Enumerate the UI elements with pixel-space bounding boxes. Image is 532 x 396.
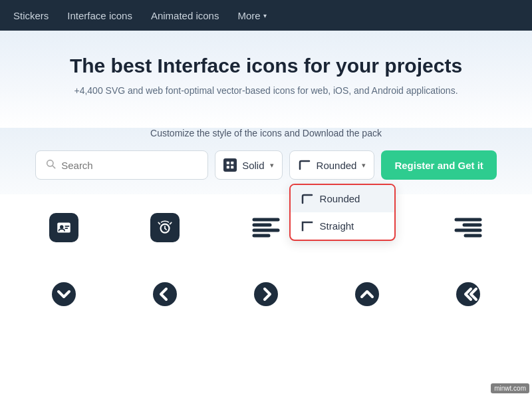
svg-point-27	[153, 282, 177, 306]
rounded-dropdown-menu: Rounded Straight	[289, 184, 396, 241]
icons-row-1	[13, 201, 519, 254]
search-box[interactable]	[35, 150, 208, 180]
hero-title: The best Interface icons for your projec…	[13, 55, 519, 77]
solid-dropdown-arrow-icon: ▾	[270, 161, 274, 170]
svg-rect-3	[231, 162, 233, 164]
alarm-clock-icon[interactable]	[132, 201, 198, 254]
more-chevron-icon: ▾	[263, 12, 267, 19]
svg-point-30	[456, 282, 480, 306]
svg-point-26	[52, 282, 76, 306]
dropdown-item-straight[interactable]: Straight	[291, 212, 394, 240]
nav-interface-icons[interactable]: Interface icons	[67, 10, 132, 21]
nav-more[interactable]: More ▾	[237, 10, 266, 21]
chevron-left-icon[interactable]	[132, 268, 198, 321]
icons-row-2	[13, 268, 519, 321]
search-icon	[45, 158, 56, 172]
svg-rect-5	[231, 166, 233, 168]
rounded-label: Rounded	[317, 160, 357, 171]
align-right-icon[interactable]	[435, 201, 501, 254]
dropdown-item-rounded[interactable]: Rounded	[291, 185, 394, 212]
svg-point-7	[60, 225, 63, 228]
rounded-dropdown-wrapper: Rounded ▾ Rounded Straight	[289, 150, 375, 180]
rounded-dropdown-arrow-icon: ▾	[362, 161, 366, 170]
svg-rect-2	[227, 162, 229, 164]
icons-section	[0, 194, 532, 321]
navigation: Stickers Interface icons Animated icons …	[0, 0, 532, 31]
nav-stickers[interactable]: Stickers	[13, 10, 49, 21]
search-input[interactable]	[61, 160, 198, 171]
person-card-icon[interactable]	[31, 201, 97, 254]
nav-animated-icons[interactable]: Animated icons	[151, 10, 219, 21]
chevron-up-icon[interactable]	[334, 268, 400, 321]
svg-line-1	[53, 166, 55, 168]
rounded-corner-icon	[298, 159, 311, 171]
svg-rect-4	[227, 166, 229, 168]
register-button[interactable]: Register and Get it	[381, 150, 496, 180]
hero-section: The best Interface icons for your projec…	[0, 31, 532, 128]
rounded-dropdown[interactable]: Rounded ▾	[289, 150, 375, 180]
dropdown-item-rounded-label: Rounded	[320, 193, 360, 204]
chevrons-left-icon[interactable]	[435, 268, 501, 321]
customize-text: Customize the style of the icons and Dow…	[150, 128, 382, 138]
chevron-right-icon[interactable]	[233, 268, 299, 321]
svg-point-29	[355, 282, 379, 306]
dropdown-item-straight-label: Straight	[320, 220, 354, 232]
solid-dropdown[interactable]: Solid ▾	[215, 150, 282, 180]
solid-icon	[223, 158, 237, 172]
hero-subtitle: +4,400 SVG and web font-optimal vector-b…	[13, 85, 519, 96]
svg-point-28	[254, 282, 278, 306]
watermark: minwt.com	[491, 383, 529, 393]
solid-label: Solid	[242, 160, 264, 171]
chevron-down-icon[interactable]	[31, 268, 97, 321]
